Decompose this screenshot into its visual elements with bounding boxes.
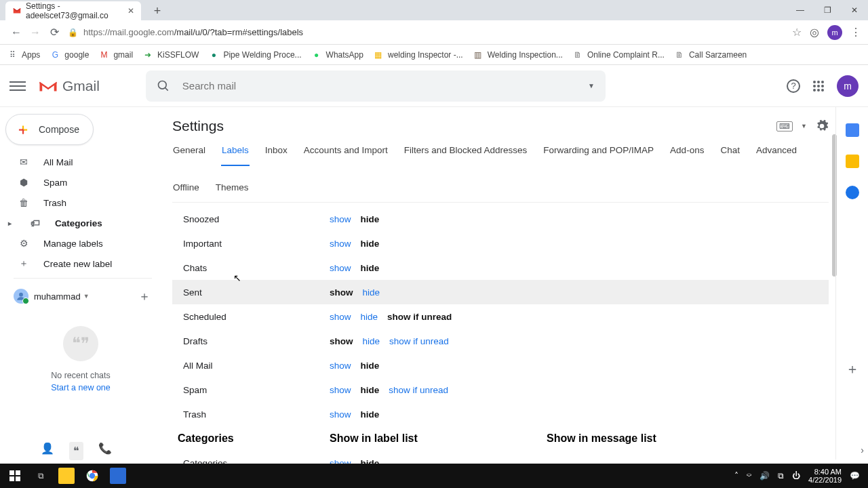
chrome-menu-icon[interactable]: ⋮ <box>850 26 861 39</box>
label-action[interactable]: show <box>330 287 353 298</box>
settings-tab[interactable]: Add-ons <box>669 144 705 166</box>
new-conversation-button[interactable]: ＋ <box>138 288 151 304</box>
label-action[interactable]: hide <box>361 263 380 273</box>
action-center-icon[interactable]: 💬 <box>850 471 860 481</box>
compose-button[interactable]: ＋ Compose <box>5 114 94 145</box>
label-action[interactable]: hide <box>361 312 378 322</box>
new-tab-button[interactable]: + <box>149 3 165 19</box>
label-action[interactable]: show <box>330 214 351 224</box>
bookmark-item[interactable]: ⠿Apps <box>7 49 40 60</box>
label-action[interactable]: hide <box>361 385 380 395</box>
browser-tab[interactable]: Settings - adeelscet73@gmail.co ✕ <box>5 1 141 20</box>
input-tools-icon[interactable]: ⌨ <box>776 121 793 131</box>
settings-tab[interactable]: Filters and Blocked Addresses <box>403 144 528 166</box>
search-bar[interactable]: ▼ <box>146 70 606 102</box>
settings-tab[interactable]: Accounts and Import <box>303 144 389 166</box>
label-action[interactable]: show <box>330 409 351 420</box>
bookmark-item[interactable]: Mgmail <box>98 49 133 60</box>
tasks-addon-icon[interactable] <box>846 186 859 199</box>
chevron-down-icon[interactable]: ▼ <box>801 123 807 129</box>
hangouts-tab-icon[interactable]: ❝ <box>69 442 83 460</box>
chrome-taskbar-icon[interactable] <box>84 468 100 484</box>
bookmark-item[interactable]: ●Pipe Welding Proce... <box>208 49 301 60</box>
task-view-button[interactable]: ⧉ <box>33 468 49 484</box>
close-tab-icon[interactable]: ✕ <box>127 6 134 16</box>
file-explorer-icon[interactable] <box>58 468 75 484</box>
extension-icon[interactable]: ◎ <box>810 26 819 39</box>
wifi-icon[interactable]: ⌔ <box>747 471 751 481</box>
sidebar-item[interactable]: ＋Create new label <box>0 253 161 274</box>
bookmark-item[interactable]: 🗎Online Complaint R... <box>572 49 665 60</box>
star-icon[interactable]: ☆ <box>792 26 802 39</box>
settings-tab[interactable]: General <box>172 144 206 166</box>
power-icon[interactable]: ⏻ <box>792 471 800 481</box>
gmail-logo[interactable]: Gmail <box>38 78 100 94</box>
label-action[interactable]: show if unread <box>389 336 449 346</box>
bookmark-item[interactable]: 🗎Call Sarzameen <box>674 49 747 60</box>
settings-tab[interactable]: Themes <box>215 181 250 202</box>
bookmark-item[interactable]: ▥Welding Inspection... <box>473 49 563 60</box>
sidebar-item[interactable]: ⚙Manage labels <box>0 233 161 253</box>
sidebar-item[interactable]: ⬢Spam <box>0 172 161 192</box>
profile-avatar[interactable]: m <box>827 25 842 40</box>
label-action[interactable]: hide <box>361 361 380 371</box>
label-action[interactable]: show <box>330 385 351 395</box>
settings-tab[interactable]: Advanced <box>755 144 797 166</box>
label-action[interactable]: show <box>330 361 351 371</box>
apps-grid-icon[interactable] <box>812 80 825 92</box>
window-maximize-button[interactable]: ❐ <box>814 0 841 20</box>
app-taskbar-icon[interactable] <box>110 468 126 484</box>
settings-tab[interactable]: Forwarding and POP/IMAP <box>542 144 654 166</box>
label-action[interactable]: hide <box>361 239 380 249</box>
dropbox-tray-icon[interactable]: ⧉ <box>778 471 784 481</box>
label-action[interactable]: show <box>330 239 351 249</box>
label-action[interactable]: hide <box>361 214 380 224</box>
svg-rect-13 <box>16 470 20 475</box>
settings-tab[interactable]: Labels <box>221 144 250 166</box>
account-avatar[interactable]: m <box>837 75 859 97</box>
keep-addon-icon[interactable] <box>846 155 859 168</box>
back-button[interactable]: ← <box>7 23 26 42</box>
calendar-addon-icon[interactable] <box>846 123 859 137</box>
tray-overflow-icon[interactable]: ˄ <box>734 471 738 481</box>
bookmark-item[interactable]: ▦welding Inspector -... <box>373 49 463 60</box>
forward-button[interactable]: → <box>26 23 45 42</box>
window-minimize-button[interactable]: — <box>787 0 814 20</box>
search-input[interactable] <box>182 80 588 92</box>
bookmark-item[interactable]: ●WhatsApp <box>311 49 363 60</box>
system-clock[interactable]: 8:40 AM 4/22/2019 <box>808 468 842 484</box>
chevron-down-icon[interactable]: ▼ <box>83 293 90 300</box>
label-action[interactable]: show if unread <box>387 312 452 322</box>
search-options-icon[interactable]: ▼ <box>588 82 595 89</box>
volume-icon[interactable]: 🔊 <box>760 471 770 481</box>
bookmark-item[interactable]: Ggoogle <box>50 49 89 60</box>
label-action[interactable]: hide <box>363 336 380 346</box>
reload-button[interactable]: ⟳ <box>45 23 64 42</box>
settings-tab[interactable]: Inbox <box>264 144 288 166</box>
phone-tab-icon[interactable]: 📞 <box>98 442 112 460</box>
label-action[interactable]: hide <box>363 287 380 298</box>
window-close-button[interactable]: ✕ <box>841 0 868 20</box>
search-icon[interactable] <box>157 79 170 93</box>
label-action[interactable]: hide <box>361 409 380 420</box>
hangouts-user[interactable]: muhammad ▼ ＋ <box>0 283 161 307</box>
sidebar-item[interactable]: ✉All Mail <box>0 152 161 172</box>
label-action[interactable]: show if unread <box>389 385 448 395</box>
support-icon[interactable]: ? <box>787 79 800 93</box>
contacts-tab-icon[interactable]: 👤 <box>41 442 54 460</box>
main-menu-button[interactable] <box>9 78 26 94</box>
bookmark-item[interactable]: ➜KiSSFLOW <box>142 49 199 60</box>
settings-tab[interactable]: Chat <box>719 144 741 166</box>
sidebar-item[interactable]: 🏷Categories <box>0 213 161 233</box>
start-new-chat-link[interactable]: Start a new one <box>0 383 161 392</box>
label-action[interactable]: show <box>330 263 351 273</box>
start-button[interactable] <box>7 468 23 484</box>
label-action[interactable]: show <box>330 312 351 322</box>
sidebar-item[interactable]: 🗑Trash <box>0 192 161 213</box>
settings-gear-icon[interactable] <box>815 119 829 133</box>
url-field[interactable]: 🔒 https://mail.google.com/mail/u/0/?tab=… <box>64 23 785 42</box>
settings-tab[interactable]: Offline <box>172 181 200 202</box>
label-action[interactable]: show <box>330 336 353 346</box>
hide-side-panel-button[interactable]: › <box>861 445 864 455</box>
get-addons-button[interactable]: ＋ <box>846 360 859 378</box>
